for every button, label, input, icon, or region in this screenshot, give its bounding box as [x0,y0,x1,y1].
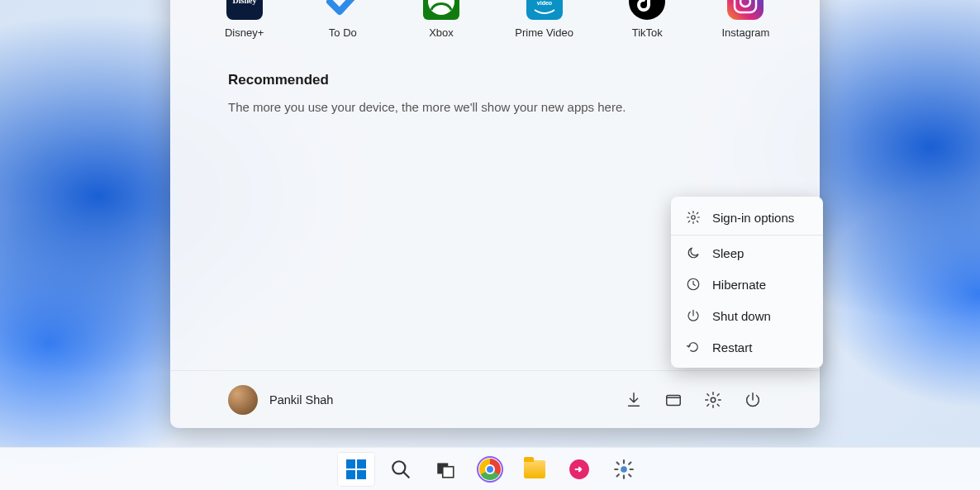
restart-item[interactable]: Restart [671,331,823,363]
folder-icon [524,460,545,478]
menu-label: Shut down [712,309,771,323]
start-button[interactable] [338,453,374,486]
svg-text:Disney: Disney [232,0,256,5]
app-tile-todo[interactable]: To Do [318,0,367,39]
xbox-icon [423,0,459,20]
app-label: Instagram [722,26,770,39]
app-button-pink[interactable] [561,453,597,486]
chrome-profile-ring [477,456,503,483]
circle-app-icon [568,459,590,480]
pinned-apps-row: Disney+ Disney+ To Do Xbox primevideo Pr… [170,0,820,47]
app-label: Prime Video [515,26,573,39]
sleep-item[interactable]: Sleep [671,237,823,269]
footer-actions [625,391,762,409]
menu-label: Sign-in options [712,211,794,225]
settings-icon[interactable] [704,391,722,409]
recommended-heading: Recommended [228,72,762,88]
moon-icon [686,245,701,260]
task-view-button[interactable] [427,453,464,486]
instagram-icon [727,0,764,20]
app-tile-instagram[interactable]: Instagram [721,0,770,39]
prime-video-icon: primevideo [526,0,563,20]
settings-button[interactable] [606,453,642,486]
svg-point-6 [740,0,750,7]
app-tile-tiktok[interactable]: TikTok [623,0,672,39]
file-explorer-icon[interactable] [664,391,683,409]
user-name-label: Pankil Shah [269,393,333,407]
chrome-icon [479,459,501,480]
svg-point-9 [711,397,716,402]
menu-label: Restart [712,340,752,354]
app-label: Xbox [429,26,454,39]
recommended-subtitle: The more you use your device, the more w… [228,100,762,114]
shut-down-item[interactable]: Shut down [671,300,823,331]
app-label: To Do [329,26,357,39]
svg-rect-14 [443,466,454,477]
settings-icon [613,459,635,480]
power-icon[interactable] [744,391,762,409]
svg-point-10 [692,216,696,220]
app-label: Disney+ [225,26,264,39]
file-explorer-button[interactable] [516,453,553,486]
menu-label: Sleep [712,246,744,260]
menu-separator [671,235,823,235]
search-icon [390,459,412,480]
avatar [228,385,258,415]
svg-point-16 [621,466,627,473]
hibernate-item[interactable]: Hibernate [671,269,823,300]
restart-icon [686,340,701,354]
windows-logo-icon [346,459,366,479]
power-context-menu: Sign-in options Sleep Hibernate Shut dow… [671,197,823,368]
chrome-button[interactable] [472,453,508,486]
svg-rect-8 [667,395,681,405]
app-label: TikTok [632,26,663,39]
gear-icon [686,210,701,225]
app-tile-disney-plus[interactable]: Disney+ Disney+ [220,0,269,39]
task-view-icon [435,459,456,480]
tiktok-icon [629,0,665,20]
disney-plus-icon: Disney+ [226,0,263,20]
clock-icon [686,277,701,292]
downloads-icon[interactable] [625,391,643,409]
app-tile-xbox[interactable]: Xbox [416,0,465,39]
search-button[interactable] [383,453,419,486]
power-icon [686,308,701,323]
taskbar [0,447,980,490]
svg-text:video: video [536,0,551,6]
todo-icon [325,0,361,20]
app-tile-prime-video[interactable]: primevideo Prime Video [516,0,573,39]
start-menu-footer: Pankil Shah [170,370,820,428]
user-account-button[interactable]: Pankil Shah [228,385,333,415]
sign-in-options-item[interactable]: Sign-in options [671,202,823,233]
menu-label: Hibernate [712,278,766,292]
